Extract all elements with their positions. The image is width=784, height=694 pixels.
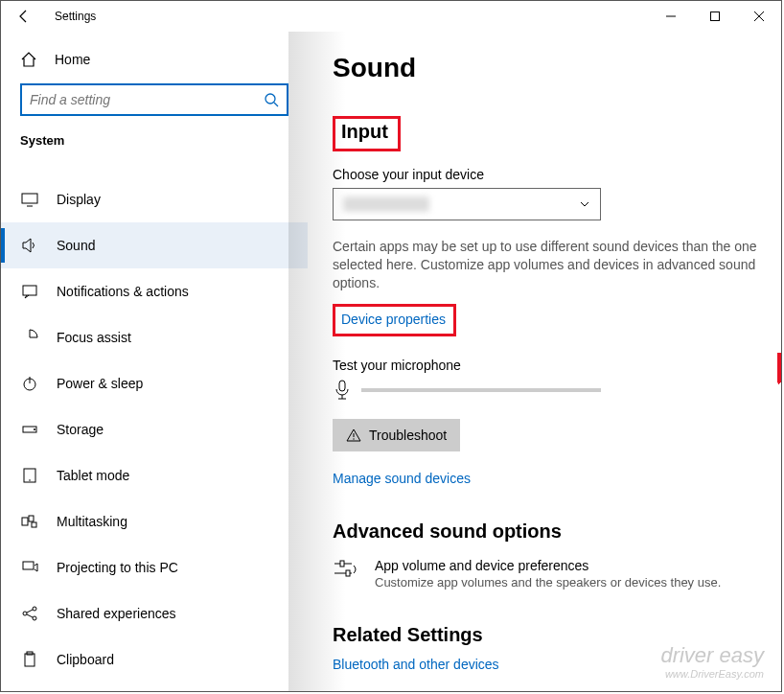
- display-icon: [20, 191, 39, 208]
- choose-input-label: Choose your input device: [333, 167, 758, 182]
- home-label: Home: [55, 52, 90, 67]
- sidebar-item-notifications[interactable]: Notifications & actions: [1, 268, 308, 314]
- svg-rect-13: [22, 518, 28, 525]
- svg-point-2: [265, 94, 275, 104]
- app-volume-title: App volume and device preferences: [375, 558, 721, 573]
- svg-rect-16: [23, 562, 34, 569]
- svg-rect-32: [346, 570, 350, 576]
- svg-rect-15: [32, 522, 36, 527]
- svg-rect-22: [25, 654, 35, 666]
- storage-icon: [20, 421, 39, 438]
- sidebar-item-shared[interactable]: Shared experiences: [1, 590, 308, 636]
- focus-icon: [20, 329, 39, 346]
- input-device-select[interactable]: [333, 188, 601, 220]
- minimize-button[interactable]: [649, 1, 693, 32]
- sliders-icon: [333, 558, 359, 581]
- svg-rect-30: [340, 561, 344, 567]
- svg-line-20: [27, 610, 33, 613]
- section-label: System: [1, 133, 308, 159]
- input-heading-highlight: Input: [333, 116, 401, 151]
- sidebar-item-sound[interactable]: Sound: [1, 222, 308, 268]
- shared-icon: [20, 605, 39, 622]
- input-device-value-redacted: [343, 197, 429, 212]
- warning-icon: [346, 428, 361, 443]
- maximize-button[interactable]: [693, 1, 737, 32]
- microphone-icon: [333, 379, 352, 402]
- device-properties-link[interactable]: Device properties: [341, 312, 446, 327]
- projecting-icon: [20, 559, 39, 576]
- sidebar-item-storage[interactable]: Storage: [1, 406, 308, 452]
- svg-point-17: [23, 612, 27, 615]
- sidebar-item-projecting[interactable]: Projecting to this PC: [1, 544, 308, 590]
- notifications-icon: [20, 283, 39, 300]
- sidebar-item-clipboard[interactable]: Clipboard: [1, 636, 308, 682]
- input-description: Certain apps may be set up to use differ…: [333, 238, 758, 292]
- svg-point-28: [353, 438, 354, 439]
- bluetooth-devices-link[interactable]: Bluetooth and other devices: [333, 657, 499, 672]
- search-input[interactable]: [30, 92, 264, 107]
- sidebar-item-multitasking[interactable]: Multitasking: [1, 498, 308, 544]
- watermark: driver easy www.DriverEasy.com: [660, 643, 764, 680]
- app-volume-preferences[interactable]: App volume and device preferences Custom…: [333, 558, 758, 590]
- multitasking-icon: [20, 513, 39, 530]
- test-mic-label: Test your microphone: [333, 358, 758, 373]
- input-heading: Input: [341, 121, 388, 143]
- svg-rect-1: [711, 12, 720, 21]
- sidebar-item-display[interactable]: Display: [1, 176, 308, 222]
- chevron-down-icon: [579, 198, 590, 210]
- svg-point-12: [29, 479, 31, 481]
- troubleshoot-button[interactable]: Troubleshoot: [333, 419, 460, 451]
- clipboard-icon: [20, 651, 39, 668]
- manage-sound-devices-link[interactable]: Manage sound devices: [333, 471, 758, 486]
- svg-point-10: [34, 428, 35, 430]
- svg-line-3: [274, 103, 278, 106]
- annotation-arrow: [777, 353, 781, 410]
- advanced-options-heading: Advanced sound options: [333, 520, 758, 543]
- close-button[interactable]: [737, 1, 781, 32]
- page-title: Sound: [333, 53, 758, 83]
- svg-point-18: [33, 607, 36, 611]
- svg-rect-14: [29, 516, 34, 521]
- related-settings-heading: Related Settings: [333, 624, 758, 646]
- back-button[interactable]: [14, 7, 34, 26]
- sidebar-item-focus[interactable]: Focus assist: [1, 314, 308, 360]
- svg-rect-4: [22, 194, 37, 203]
- window-title: Settings: [55, 10, 96, 23]
- sidebar-item-tablet[interactable]: Tablet mode: [1, 452, 308, 498]
- device-properties-highlight: Device properties: [333, 304, 456, 336]
- home-nav[interactable]: Home: [1, 41, 308, 78]
- sidebar-item-power[interactable]: Power & sleep: [1, 360, 308, 406]
- search-icon: [264, 92, 279, 107]
- svg-rect-6: [23, 286, 36, 295]
- home-icon: [20, 51, 37, 68]
- sound-icon: [20, 237, 39, 254]
- power-icon: [20, 375, 39, 392]
- tablet-icon: [20, 467, 39, 484]
- svg-line-21: [27, 614, 33, 617]
- svg-rect-24: [339, 381, 345, 391]
- mic-level-bar: [361, 388, 601, 392]
- search-input-wrap[interactable]: [20, 83, 288, 116]
- svg-point-19: [33, 616, 36, 620]
- app-volume-desc: Customize app volumes and the speakers o…: [375, 575, 721, 590]
